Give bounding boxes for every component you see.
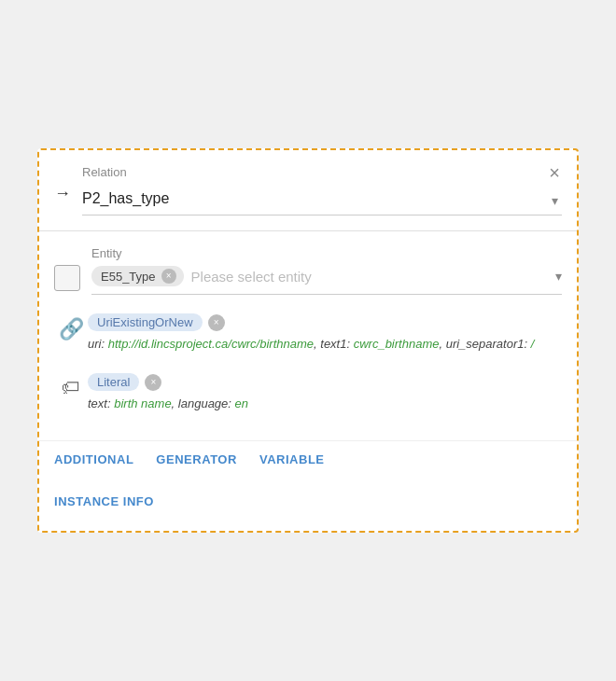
item-content-uri: UriExistingOrNew × uri: http://id.lincsp… bbox=[88, 313, 562, 354]
entity-section: Entity E55_Type × Please select entity ▾ bbox=[39, 231, 577, 295]
additional-button[interactable]: ADDITIONAL bbox=[54, 449, 133, 470]
tag-icon: 🏷 bbox=[62, 377, 80, 398]
item-header-literal: Literal × bbox=[88, 373, 562, 391]
item-row-literal: 🏷 Literal × text: birth name, language: … bbox=[54, 373, 562, 414]
entity-chip-close[interactable]: × bbox=[161, 269, 176, 284]
link-icon-container: 🔗 bbox=[54, 317, 88, 341]
item-header-uri: UriExistingOrNew × bbox=[88, 313, 562, 331]
literal-title-chip: Literal bbox=[88, 373, 139, 391]
uri-detail: uri: http://id.lincsproject.ca/cwrc/birt… bbox=[88, 335, 562, 354]
literal-remove-button[interactable]: × bbox=[145, 374, 161, 391]
entity-chip: E55_Type × bbox=[91, 266, 184, 286]
actions-row: ADDITIONAL GENERATOR VARIABLE bbox=[39, 440, 577, 481]
relation-select-container: P2_has_type ▾ bbox=[82, 185, 562, 215]
items-section: 🔗 UriExistingOrNew × uri: http://id.linc… bbox=[39, 295, 577, 440]
relation-label: Relation bbox=[82, 165, 562, 179]
uri-remove-button[interactable]: × bbox=[208, 314, 225, 331]
entity-checkbox[interactable] bbox=[54, 265, 80, 291]
main-panel: × → Relation P2_has_type ▾ Entity E55_Ty… bbox=[37, 148, 579, 533]
entity-select-row[interactable]: E55_Type × Please select entity ▾ bbox=[91, 266, 562, 295]
uri-key1: uri: bbox=[88, 337, 108, 351]
entity-chevron-icon: ▾ bbox=[555, 269, 562, 284]
literal-key1: text: bbox=[88, 396, 114, 410]
instance-info-button[interactable]: INSTANCE INFO bbox=[54, 491, 154, 512]
entity-placeholder: Please select entity bbox=[191, 269, 552, 285]
variable-button[interactable]: VARIABLE bbox=[259, 449, 325, 470]
tag-icon-container: 🏷 bbox=[54, 377, 88, 398]
literal-val1: birth name bbox=[114, 396, 171, 410]
uri-key2: , text1: bbox=[314, 337, 354, 351]
generator-button[interactable]: GENERATOR bbox=[156, 449, 237, 470]
entity-content: Entity E55_Type × Please select entity ▾ bbox=[91, 246, 562, 295]
item-content-literal: Literal × text: birth name, language: en bbox=[88, 373, 562, 414]
panel-header: → Relation P2_has_type ▾ bbox=[39, 150, 577, 215]
relation-value[interactable]: P2_has_type bbox=[82, 185, 562, 215]
relation-section: Relation P2_has_type ▾ bbox=[82, 165, 562, 215]
uri-title-chip: UriExistingOrNew bbox=[88, 313, 203, 331]
entity-label: Entity bbox=[91, 246, 562, 260]
uri-val1: http://id.lincsproject.ca/cwrc/birthname bbox=[108, 337, 314, 351]
uri-key3: , uri_separator1: bbox=[439, 337, 530, 351]
literal-key2: , language: bbox=[172, 396, 235, 410]
literal-detail: text: birth name, language: en bbox=[88, 395, 562, 414]
literal-val2: en bbox=[235, 396, 248, 410]
entity-chip-label: E55_Type bbox=[101, 270, 156, 284]
uri-val2: cwrc_birthname bbox=[354, 337, 440, 351]
arrow-icon: → bbox=[54, 184, 71, 203]
instance-row: INSTANCE INFO bbox=[39, 481, 577, 531]
uri-val3: / bbox=[531, 337, 535, 351]
link-icon: 🔗 bbox=[59, 317, 84, 341]
item-row-uri: 🔗 UriExistingOrNew × uri: http://id.linc… bbox=[54, 313, 562, 354]
